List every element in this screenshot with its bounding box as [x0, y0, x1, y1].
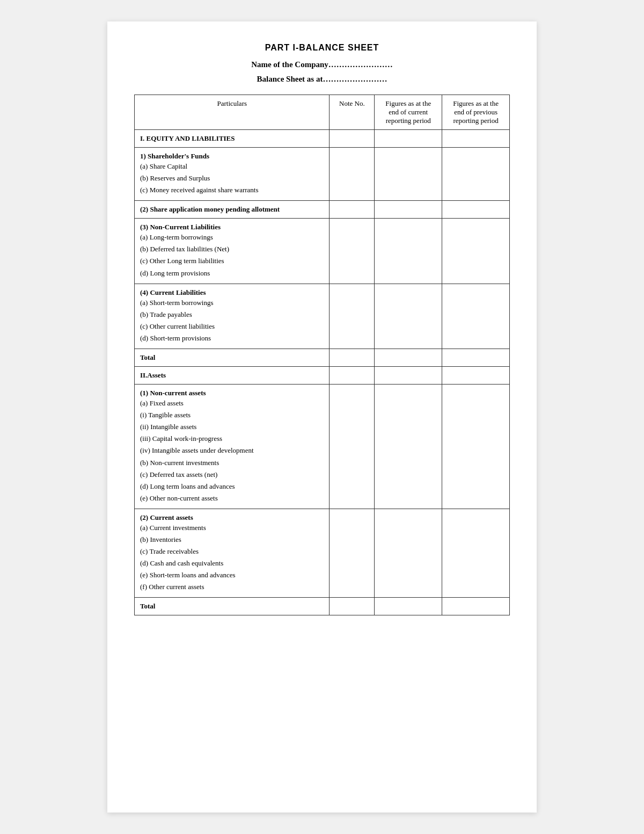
balance-sheet-table: Particulars Note No. Figures as at the e… [134, 95, 510, 615]
table-row: I. EQUITY AND LIABILITIES [135, 130, 510, 148]
page-title: PART I-BALANCE SHEET [134, 43, 510, 53]
particulars-cell: 1) Shareholder's Funds(a) Share Capital(… [135, 148, 330, 201]
table-row: Total [135, 598, 510, 615]
header-particulars: Particulars [135, 95, 330, 130]
figures-previous-cell [442, 349, 510, 367]
note-cell [330, 598, 375, 615]
note-cell [330, 284, 375, 349]
table-header-row: Particulars Note No. Figures as at the e… [135, 95, 510, 130]
table-row: (2) Share application money pending allo… [135, 201, 510, 219]
page-container: PART I-BALANCE SHEET Name of the Company… [107, 21, 537, 813]
table-row: II.Assets [135, 367, 510, 385]
table-row: (4) Current Liabilities(a) Short-term bo… [135, 284, 510, 349]
company-name: Name of the Company…………………… [134, 60, 510, 69]
figures-previous-cell [442, 148, 510, 201]
figures-current-cell [375, 284, 442, 349]
figures-current-cell [375, 201, 442, 219]
particulars-cell: I. EQUITY AND LIABILITIES [135, 130, 330, 148]
figures-previous-cell [442, 509, 510, 598]
note-cell [330, 201, 375, 219]
figures-current-cell [375, 130, 442, 148]
header-note-no: Note No. [330, 95, 375, 130]
particulars-cell: Total [135, 349, 330, 367]
figures-current-cell [375, 349, 442, 367]
particulars-cell: Total [135, 598, 330, 615]
note-cell [330, 349, 375, 367]
table-row: (2) Current assets(a) Current investment… [135, 509, 510, 598]
balance-sheet-title: Balance Sheet as at…………………… [134, 75, 510, 84]
note-cell [330, 367, 375, 385]
particulars-cell: (2) Current assets(a) Current investment… [135, 509, 330, 598]
table-row: 1) Shareholder's Funds(a) Share Capital(… [135, 148, 510, 201]
figures-current-cell [375, 509, 442, 598]
note-cell [330, 130, 375, 148]
figures-previous-cell [442, 367, 510, 385]
particulars-cell: (3) Non-Current Liabilities(a) Long-term… [135, 219, 330, 284]
particulars-cell: (4) Current Liabilities(a) Short-term bo… [135, 284, 330, 349]
header-figures-previous: Figures as at the end of previous report… [442, 95, 510, 130]
figures-previous-cell [442, 385, 510, 509]
figures-current-cell [375, 367, 442, 385]
particulars-cell: II.Assets [135, 367, 330, 385]
figures-previous-cell [442, 598, 510, 615]
figures-current-cell [375, 385, 442, 509]
figures-previous-cell [442, 201, 510, 219]
particulars-cell: (1) Non-current assets(a) Fixed assets(i… [135, 385, 330, 509]
table-row: (1) Non-current assets(a) Fixed assets(i… [135, 385, 510, 509]
figures-previous-cell [442, 284, 510, 349]
figures-current-cell [375, 148, 442, 201]
table-row: Total [135, 349, 510, 367]
header-figures-current: Figures as at the end of current reporti… [375, 95, 442, 130]
particulars-cell: (2) Share application money pending allo… [135, 201, 330, 219]
note-cell [330, 509, 375, 598]
figures-current-cell [375, 219, 442, 284]
note-cell [330, 219, 375, 284]
note-cell [330, 385, 375, 509]
figures-previous-cell [442, 219, 510, 284]
table-row: (3) Non-Current Liabilities(a) Long-term… [135, 219, 510, 284]
figures-previous-cell [442, 130, 510, 148]
figures-current-cell [375, 598, 442, 615]
note-cell [330, 148, 375, 201]
